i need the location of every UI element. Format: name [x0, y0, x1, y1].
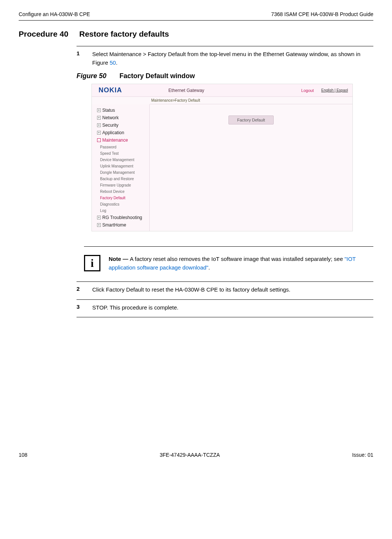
step-3-text: STOP. This procedure is complete.: [92, 304, 178, 312]
figure-caption: Figure 50 Factory Default window: [77, 72, 373, 80]
step-1: 1 Select Maintenance > Factory Default f…: [77, 46, 373, 67]
sidebar-label-maintenance: Maintenance: [102, 138, 128, 143]
step-2: 2 Click Factory Default to reset the HA-…: [77, 281, 373, 294]
expand-icon: +: [97, 123, 101, 127]
figure-label: Figure 50: [77, 72, 106, 80]
expand-icon: +: [97, 216, 101, 219]
expand-icon: +: [97, 131, 101, 135]
sidebar-label-rg: RG Troubleshooting: [102, 215, 142, 220]
screenshot-body: +Status +Network +Security +Application …: [92, 104, 352, 231]
procedure-heading: Procedure 40 Restore factory defaults: [19, 30, 373, 38]
info-icon: i: [84, 255, 100, 271]
sidebar-item-smarthome[interactable]: +SmartHome: [92, 221, 149, 229]
sidebar-nav: +Status +Network +Security +Application …: [92, 104, 150, 231]
figure-ref-link[interactable]: 50: [110, 59, 116, 66]
header-right: 7368 ISAM CPE HA-030W-B Product Guide: [271, 11, 373, 17]
screenshot-main-panel: Factory Default: [150, 104, 352, 231]
step-1-text-a: Select Maintenance > Factory Default fro…: [92, 51, 360, 66]
sidebar-item-firmware-upgrade[interactable]: Firmware Upgrade: [92, 182, 149, 188]
sidebar-label-security: Security: [102, 123, 118, 128]
sidebar-item-uplink-management[interactable]: Uplink Management: [92, 163, 149, 169]
step-1-text-b: .: [116, 59, 117, 66]
sidebar-item-status[interactable]: +Status: [92, 107, 149, 114]
sidebar-item-reboot-device[interactable]: Reboot Device: [92, 188, 149, 195]
breadcrumb: Maintenance>Factory Default: [150, 97, 352, 104]
note-text-a: A factory reset also removes the IoT sof…: [130, 256, 345, 262]
header-rule: [19, 20, 373, 21]
screenshot-figure: NOKIA Ethernet Gateway Logout English | …: [91, 84, 353, 231]
screenshot-header: NOKIA Ethernet Gateway Logout English | …: [92, 84, 352, 97]
gateway-title: Ethernet Gateway: [150, 88, 301, 93]
sidebar-item-device-management[interactable]: Device Management: [92, 157, 149, 163]
sidebar-item-factory-default[interactable]: Factory Default: [92, 195, 149, 201]
sidebar-item-backup-restore[interactable]: Backup and Restore: [92, 176, 149, 182]
header-left: Configure an HA-030W-B CPE: [19, 11, 90, 17]
sidebar-item-speed-test[interactable]: Speed Test: [92, 150, 149, 157]
info-icon-glyph: i: [91, 257, 94, 270]
figure-title: Factory Default window: [119, 72, 195, 80]
note-text: Note — A factory reset also removes the …: [109, 255, 373, 272]
expand-icon: +: [97, 116, 101, 120]
note-block: i Note — A factory reset also removes th…: [84, 246, 373, 272]
logout-link[interactable]: Logout: [301, 88, 321, 93]
sidebar-item-dongle-management[interactable]: Dongle Management: [92, 169, 149, 176]
sidebar-label-smarthome: SmartHome: [102, 222, 126, 228]
step-1-number: 1: [77, 50, 82, 67]
language-selector[interactable]: English | Espaol: [321, 88, 352, 92]
issue-number: Issue: 01: [352, 452, 373, 458]
sidebar-item-network[interactable]: +Network: [92, 114, 149, 121]
step-3-number: 3: [77, 304, 82, 312]
expand-icon: +: [97, 108, 101, 112]
procedure-label: Procedure 40: [19, 30, 68, 38]
step-3: 3 STOP. This procedure is complete.: [77, 299, 373, 318]
page-number: 108: [19, 452, 27, 458]
step-2-number: 2: [77, 286, 82, 294]
step-1-text: Select Maintenance > Factory Default fro…: [92, 50, 373, 67]
note-text-b: .: [208, 264, 210, 271]
factory-default-button[interactable]: Factory Default: [228, 116, 274, 124]
page-footer: 108 3FE-47429-AAAA-TCZZA Issue: 01: [19, 452, 373, 458]
note-prefix: Note —: [109, 256, 130, 262]
sidebar-item-log[interactable]: Log: [92, 207, 149, 214]
step-2-text: Click Factory Default to reset the HA-03…: [92, 286, 290, 294]
sidebar-item-rg-troubleshooting[interactable]: +RG Troubleshooting: [92, 214, 149, 221]
sidebar-item-application[interactable]: +Application: [92, 129, 149, 136]
sidebar-label-status: Status: [102, 108, 115, 113]
sidebar-item-password[interactable]: Password: [92, 144, 149, 150]
collapse-icon: -: [97, 138, 101, 142]
sidebar-item-maintenance[interactable]: -Maintenance: [92, 136, 149, 144]
sidebar-item-security[interactable]: +Security: [92, 121, 149, 129]
doc-number: 3FE-47429-AAAA-TCZZA: [160, 452, 220, 458]
sidebar-label-application: Application: [102, 130, 124, 135]
expand-icon: +: [97, 223, 101, 227]
sidebar-item-diagnostics[interactable]: Diagnostics: [92, 201, 149, 207]
procedure-title-text: Restore factory defaults: [79, 30, 169, 38]
nokia-logo: NOKIA: [92, 86, 150, 94]
sidebar-label-network: Network: [102, 115, 119, 120]
